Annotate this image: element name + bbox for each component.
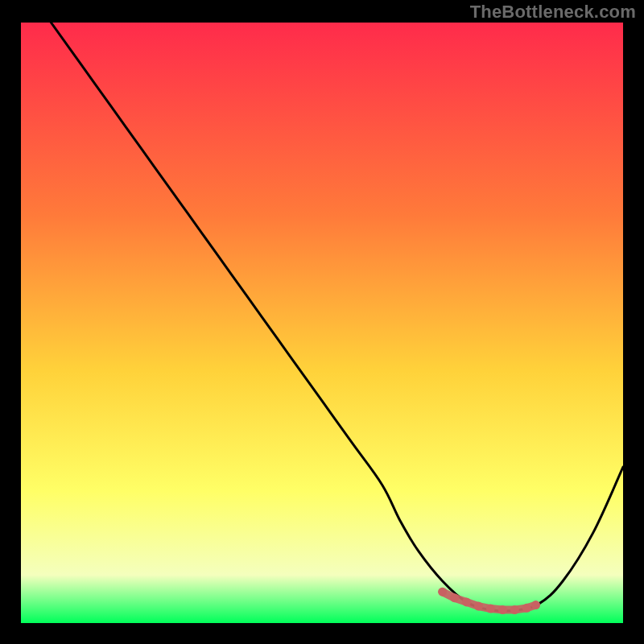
plateau-marker [486, 605, 495, 613]
plateau-marker [462, 597, 471, 606]
bottleneck-chart [21, 23, 623, 623]
plateau-marker [438, 588, 447, 597]
plateau-marker [498, 605, 507, 614]
chart-frame: TheBottleneck.com [0, 0, 644, 644]
plateau-marker [510, 605, 519, 614]
plateau-marker [531, 601, 540, 609]
plateau-marker [522, 604, 531, 613]
gradient-background [21, 23, 623, 623]
watermark-text: TheBottleneck.com [470, 2, 636, 23]
plateau-marker [474, 602, 483, 611]
plateau-marker [450, 593, 459, 602]
plot-area [21, 23, 623, 623]
